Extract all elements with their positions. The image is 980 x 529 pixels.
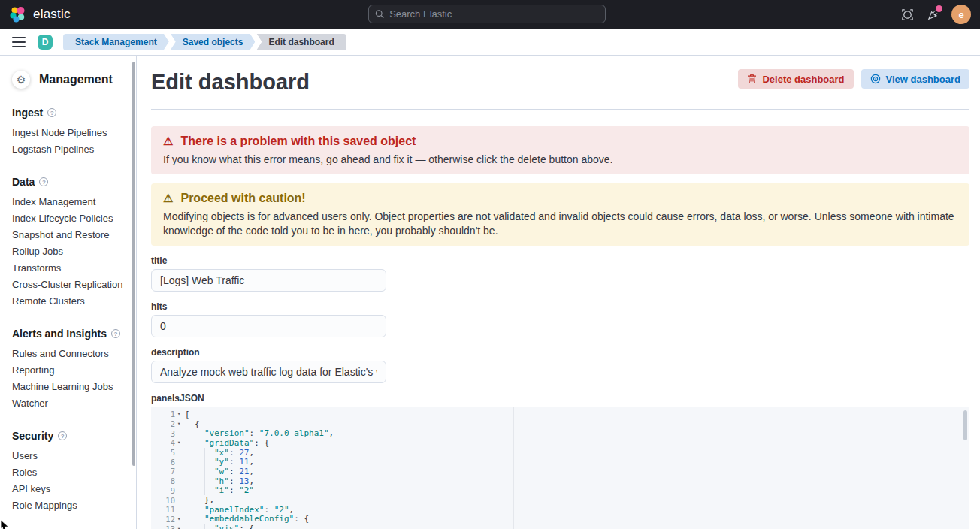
user-avatar[interactable]: e bbox=[951, 5, 971, 24]
sidebar-section: Alerts and Insights ? Rules and Connecto… bbox=[12, 328, 124, 411]
sidebar-item-machine-learning-jobs[interactable]: Machine Learning Jobs bbox=[12, 378, 124, 394]
space-initial: D bbox=[42, 37, 49, 47]
breadcrumb-item[interactable]: Saved objects bbox=[171, 34, 256, 50]
management-sidebar: ⚙ Management Ingest ? Ingest Node Pipeli… bbox=[0, 56, 137, 529]
form-field: title bbox=[151, 255, 386, 292]
main-content: Edit dashboard Delete dashboard bbox=[137, 56, 980, 529]
line-number: 10 bbox=[151, 496, 175, 505]
editor-scrollbar[interactable] bbox=[963, 410, 967, 440]
fold-arrow-icon[interactable]: ▾ bbox=[175, 421, 185, 427]
kibana-app: elastic bbox=[0, 0, 980, 529]
code-line: 10 }, bbox=[151, 495, 969, 505]
code-line: 11 "panelIndex": "2", bbox=[151, 505, 969, 515]
sidebar-item-ingest-node-pipelines[interactable]: Ingest Node Pipelines bbox=[12, 124, 124, 141]
sidebar-item-watcher[interactable]: Watcher bbox=[12, 394, 124, 411]
sidebar-item-role-mappings[interactable]: Role Mappings bbox=[12, 497, 124, 513]
gear-icon: ⚙ bbox=[12, 71, 30, 89]
fold-arrow-icon[interactable]: ▾ bbox=[175, 440, 185, 446]
warning-callout: ⚠ Proceed with caution! Modifying object… bbox=[151, 183, 969, 246]
sidebar-section: Data ? Index ManagementIndex Lifecycle P… bbox=[12, 176, 124, 309]
code-text: "i": "2" bbox=[185, 486, 254, 496]
help-icon[interactable]: ? bbox=[47, 108, 56, 117]
code-line: 12 ▾ "embeddableConfig": { bbox=[151, 515, 969, 524]
header-divider bbox=[151, 109, 969, 110]
menu-icon[interactable] bbox=[12, 37, 26, 47]
breadcrumb-item[interactable]: Stack Management bbox=[63, 34, 169, 50]
space-badge[interactable]: D bbox=[38, 35, 53, 50]
global-search[interactable] bbox=[368, 5, 606, 23]
code-line: 7 "w": 21, bbox=[151, 467, 969, 476]
sidebar-item-logstash-pipelines[interactable]: Logstash Pipelines bbox=[12, 141, 124, 157]
sidebar-section-heading: Alerts and Insights bbox=[12, 328, 107, 340]
field-input-title[interactable] bbox=[151, 269, 386, 292]
help-icon[interactable]: ? bbox=[39, 177, 48, 186]
code-text: [ bbox=[185, 410, 190, 419]
sidebar-section-heading: Ingest bbox=[12, 107, 43, 119]
sidebar-item-users[interactable]: Users bbox=[12, 447, 124, 464]
warning-callout-body: Modifying objects is for advanced users … bbox=[163, 210, 957, 238]
code-text: "panelIndex": "2", bbox=[185, 505, 294, 515]
sidebar-item-transforms[interactable]: Transforms bbox=[12, 259, 124, 276]
field-input-description[interactable] bbox=[151, 361, 386, 383]
code-text: "w": 21, bbox=[185, 467, 254, 476]
newsfeed-icon[interactable] bbox=[926, 8, 939, 21]
line-number: 5 bbox=[151, 448, 175, 457]
delete-dashboard-label: Delete dashboard bbox=[762, 74, 844, 85]
page-title: Edit dashboard bbox=[151, 69, 310, 95]
error-callout-title: There is a problem with this saved objec… bbox=[180, 134, 416, 148]
line-number: 1 bbox=[151, 410, 175, 419]
code-text: { bbox=[185, 419, 200, 429]
help-icon[interactable]: ? bbox=[58, 431, 67, 440]
sidebar-item-roles[interactable]: Roles bbox=[12, 464, 124, 480]
code-line: 9 "i": "2" bbox=[151, 486, 969, 496]
warning-icon: ⚠ bbox=[163, 192, 173, 204]
sidebar-scrollbar[interactable] bbox=[132, 62, 135, 466]
code-line: 2 ▾ { bbox=[151, 419, 969, 429]
code-line: 5 "x": 27, bbox=[151, 448, 969, 458]
sidebar-item-remote-clusters[interactable]: Remote Clusters bbox=[12, 292, 124, 309]
elastic-logo[interactable]: elastic bbox=[9, 5, 71, 23]
line-number: 11 bbox=[151, 505, 175, 514]
code-line: 4 ▾ "gridData": { bbox=[151, 438, 969, 448]
avatar-initial: e bbox=[958, 9, 963, 20]
fold-arrow-icon[interactable]: ▾ bbox=[175, 411, 185, 417]
eye-icon bbox=[870, 74, 881, 84]
field-input-hits[interactable] bbox=[151, 315, 386, 337]
code-text: "gridData": { bbox=[185, 438, 269, 448]
fold-arrow-icon[interactable]: ▾ bbox=[175, 516, 185, 522]
help-icon[interactable]: ? bbox=[111, 329, 120, 338]
warning-icon: ⚠ bbox=[163, 135, 173, 147]
field-label: title bbox=[151, 255, 386, 266]
view-dashboard-button[interactable]: View dashboard bbox=[861, 69, 969, 89]
code-text: }, bbox=[185, 495, 214, 505]
code-text: "x": 27, bbox=[185, 448, 254, 458]
warning-callout-title: Proceed with caution! bbox=[180, 191, 305, 205]
top-header-bar: elastic bbox=[0, 0, 980, 29]
sidebar-item-snapshot-and-restore[interactable]: Snapshot and Restore bbox=[12, 226, 124, 243]
code-line: 3 "version": "7.0.0-alpha1", bbox=[151, 428, 969, 438]
sidebar-item-reporting[interactable]: Reporting bbox=[12, 361, 124, 378]
logo-text: elastic bbox=[33, 7, 71, 22]
print-margin bbox=[513, 407, 514, 529]
sidebar-section: Security ? UsersRolesAPI keysRole Mappin… bbox=[12, 430, 124, 513]
delete-dashboard-button[interactable]: Delete dashboard bbox=[738, 69, 853, 89]
deployment-icon[interactable] bbox=[900, 8, 914, 21]
line-number: 12 bbox=[151, 515, 175, 524]
sidebar-item-index-lifecycle-policies[interactable]: Index Lifecycle Policies bbox=[12, 210, 124, 226]
line-number: 9 bbox=[151, 486, 175, 495]
code-line: 13 ▾ "vis": { bbox=[151, 524, 969, 529]
code-line: 6 "y": 11, bbox=[151, 457, 969, 467]
panels-json-editor[interactable]: 1 ▾ [ 2 ▾ { 3 "version": "7.0.0-alpha1",… bbox=[151, 407, 969, 529]
search-input[interactable] bbox=[389, 8, 599, 20]
sidebar-item-api-keys[interactable]: API keys bbox=[12, 480, 124, 497]
sidebar-item-cross-cluster-replication[interactable]: Cross-Cluster Replication bbox=[12, 276, 124, 292]
line-number: 6 bbox=[151, 458, 175, 467]
line-number: 7 bbox=[151, 467, 175, 476]
sidebar-item-rules-and-connectors[interactable]: Rules and Connectors bbox=[12, 345, 124, 361]
sidebar-item-index-management[interactable]: Index Management bbox=[12, 193, 124, 210]
sidebar-item-rollup-jobs[interactable]: Rollup Jobs bbox=[12, 243, 124, 259]
search-icon bbox=[375, 9, 384, 19]
line-number: 2 bbox=[151, 419, 175, 428]
elastic-logo-icon bbox=[9, 5, 27, 23]
fold-arrow-icon[interactable]: ▾ bbox=[175, 526, 185, 529]
